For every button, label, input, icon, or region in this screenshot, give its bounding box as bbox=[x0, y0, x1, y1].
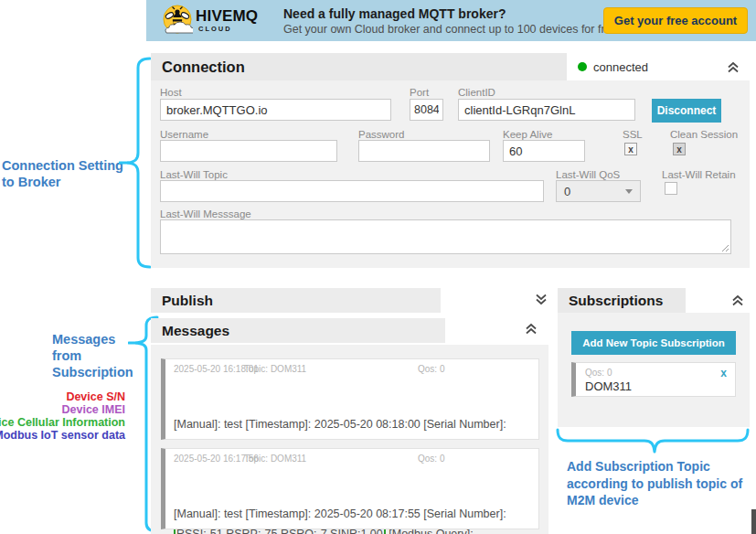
username-label: Username bbox=[160, 129, 208, 140]
password-field[interactable] bbox=[358, 140, 490, 162]
clientid-label: ClientID bbox=[458, 87, 495, 98]
connection-header: Connection bbox=[151, 53, 567, 80]
lastwill-message-textarea[interactable] bbox=[161, 220, 730, 253]
port-label: Port bbox=[410, 87, 429, 98]
messages-title: Messages bbox=[151, 323, 229, 339]
resize-grip-icon[interactable] bbox=[721, 244, 729, 252]
lastwill-qos-value: 0 bbox=[564, 185, 570, 198]
annotation-device-imei: Device IMEI bbox=[62, 403, 125, 416]
host-label: Host bbox=[160, 87, 182, 98]
port-field[interactable] bbox=[410, 99, 443, 121]
subscription-brace bbox=[556, 428, 750, 457]
mqtt-web-client-screen: HIVEMQ CLOUD Need a fully managed MQTT b… bbox=[0, 0, 756, 534]
hivemq-bee-logo-icon bbox=[162, 4, 193, 38]
annotation-messages-from-subscription: Messages from Subscription bbox=[52, 331, 133, 380]
publish-panel-header: Publish bbox=[151, 288, 441, 313]
hivemq-banner: HIVEMQ CLOUD Need a fully managed MQTT b… bbox=[146, 0, 756, 41]
dropdown-arrow-icon bbox=[625, 189, 633, 194]
status-badge: connected bbox=[593, 60, 648, 74]
collapse-connection-icon[interactable] bbox=[726, 60, 740, 74]
ssl-label: SSL bbox=[623, 129, 643, 140]
password-label: Password bbox=[358, 129, 405, 140]
scrollbar-thumb[interactable] bbox=[751, 509, 756, 534]
lastwill-topic-field[interactable] bbox=[160, 180, 544, 202]
subscription-topic: DOM311 bbox=[585, 379, 632, 393]
subscriptions-title: Subscriptions bbox=[558, 293, 663, 309]
annotation-connection-setting: Connection Setting to Broker bbox=[2, 157, 123, 190]
connection-brace bbox=[119, 57, 154, 271]
status-dot bbox=[578, 62, 587, 71]
messages-panel: 2025-05-20 16:18:01 Topic: DOM311 Qos: 0… bbox=[151, 345, 548, 534]
disconnect-button[interactable]: Disconnect bbox=[652, 99, 721, 123]
lastwill-message-container bbox=[160, 219, 731, 254]
clientid-field[interactable] bbox=[458, 99, 635, 121]
cleansession-checkbox[interactable]: x bbox=[673, 143, 686, 155]
remove-subscription-button[interactable]: x bbox=[720, 367, 727, 379]
message-qos: Qos: 0 bbox=[418, 454, 444, 464]
add-subscription-button[interactable]: Add New Topic Subscription bbox=[571, 331, 736, 355]
connection-title: Connection bbox=[151, 59, 245, 76]
brand-subtext: CLOUD bbox=[198, 25, 232, 33]
message-topic: Topic: DOM311 bbox=[244, 364, 306, 374]
subscriptions-panel: Subscriptions Add New Topic Subscription… bbox=[558, 288, 750, 427]
message-card: 2025-05-20 16:17:56 Topic: DOM311 Qos: 0… bbox=[161, 448, 539, 529]
message-topic: Topic: DOM311 bbox=[244, 454, 306, 464]
message-body: [Manual]: test [Timestamp]: 2025-05-20 0… bbox=[165, 467, 538, 534]
message-qos: Qos: 0 bbox=[418, 364, 444, 374]
banner-subline: Get your own Cloud broker and connect up… bbox=[283, 23, 621, 36]
message-line: [Manual]: test [Timestamp]: 2025-05-20 0… bbox=[174, 415, 530, 433]
keepalive-field[interactable] bbox=[503, 140, 585, 162]
brand-text: HIVEMQ bbox=[196, 7, 258, 26]
host-field[interactable] bbox=[160, 99, 391, 121]
get-free-account-button[interactable]: Get your free account bbox=[603, 7, 748, 34]
subscription-qos: Qos: 0 bbox=[585, 368, 612, 378]
username-field[interactable] bbox=[160, 140, 337, 162]
lastwill-topic-label: Last-Will Topic bbox=[160, 169, 228, 180]
annotation-device-cellular: Device Cellular Information bbox=[0, 416, 125, 429]
connection-status-area: connected bbox=[567, 53, 750, 80]
cleansession-label: Clean Session bbox=[670, 129, 738, 140]
keepalive-label: Keep Alive bbox=[503, 129, 552, 140]
lastwill-qos-select[interactable]: 0 bbox=[556, 180, 641, 202]
banner-headline: Need a fully managed MQTT broker? bbox=[283, 6, 506, 21]
lastwill-retain-checkbox[interactable] bbox=[665, 182, 677, 195]
annotation-modbus-data: Modbus IoT sensor data bbox=[0, 429, 125, 442]
message-header: 2025-05-20 16:17:56 Topic: DOM311 Qos: 0 bbox=[165, 454, 538, 467]
subscriptions-header: Subscriptions bbox=[558, 288, 686, 313]
annotation-add-subscription-topic: Add Subscription Topic according to publ… bbox=[567, 458, 742, 509]
collapse-messages-icon[interactable] bbox=[524, 322, 538, 336]
publish-title: Publish bbox=[151, 293, 213, 309]
collapse-subscriptions-icon[interactable] bbox=[730, 294, 745, 307]
expand-publish-icon[interactable] bbox=[534, 293, 548, 306]
message-card: 2025-05-20 16:18:01 Topic: DOM311 Qos: 0… bbox=[161, 358, 539, 440]
lastwill-message-label: Last-Will Messsage bbox=[160, 208, 251, 219]
ssl-checkbox[interactable]: x bbox=[624, 143, 637, 155]
message-line: [Manual]: test [Timestamp]: 2025-05-20 0… bbox=[174, 505, 530, 523]
messages-panel-header: Messages bbox=[151, 318, 445, 343]
lastwill-retain-label: Last-Will Retain bbox=[662, 169, 736, 180]
message-header: 2025-05-20 16:18:01 Topic: DOM311 Qos: 0 bbox=[165, 364, 538, 378]
lastwill-qos-label: Last-Will QoS bbox=[556, 169, 620, 180]
subscription-card: Qos: 0 x DOM311 bbox=[571, 362, 736, 397]
connection-panel: Connection connected Host Port ClientID … bbox=[151, 53, 750, 268]
annotation-device-sn: Device S/N bbox=[66, 390, 125, 403]
